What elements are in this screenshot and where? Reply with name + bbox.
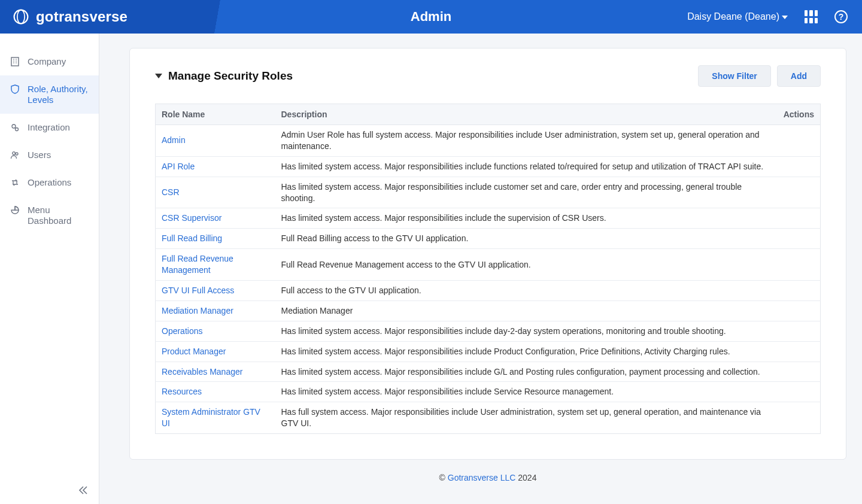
role-description: Has limited system access. Major respons… [275,177,778,208]
role-actions-cell [778,300,821,321]
sidebar-item-label: Operations [28,177,71,188]
user-menu[interactable]: Daisy Deane (Deane) [687,11,788,22]
table-row: Product ManagerHas limited system access… [156,341,821,362]
role-description: Full access to the GTV UI application. [275,281,778,301]
column-description[interactable]: Description [275,104,778,125]
svg-point-10 [16,128,19,131]
role-link[interactable]: Full Read Revenue Management [162,254,233,275]
svg-point-0 [14,10,28,24]
role-description: Admin User Role has full system access. … [275,125,778,157]
app-header: gotransverse Admin Daisy Deane (Deane) ? [0,0,862,34]
role-link[interactable]: API Role [162,162,195,171]
role-description: Full Read Billing access to the GTV UI a… [275,229,778,249]
panel-title: Manage Security Roles [168,69,293,83]
copyright-symbol: © [439,473,445,482]
roles-table: Role Name Description Actions AdminAdmin… [155,104,821,434]
pie-chart-icon [10,205,20,215]
sidebar-item-integration[interactable]: Integration [0,114,99,141]
role-actions-cell [778,229,821,249]
role-link[interactable]: Receivables Manager [162,367,242,377]
role-link[interactable]: Admin [162,135,186,145]
sidebar: CompanyRole, Authority, LevelsIntegratio… [0,34,99,504]
sidebar-item-company[interactable]: Company [0,48,99,75]
role-link[interactable]: Full Read Billing [162,233,222,243]
sidebar-collapse-button[interactable] [78,486,88,497]
role-actions-cell [778,321,821,341]
table-row: ResourcesHas limited system access. Majo… [156,382,821,402]
users-icon [10,150,20,160]
svg-point-12 [16,153,18,155]
role-actions-cell [778,249,821,281]
add-button[interactable]: Add [777,65,821,87]
role-actions-cell [778,382,821,402]
role-actions-cell [778,177,821,208]
role-link[interactable]: System Administrator GTV UI [162,407,260,428]
role-link[interactable]: CSR Supervisor [162,213,221,223]
sidebar-item-label: Integration [28,122,70,133]
role-actions-cell [778,362,821,382]
role-actions-cell [778,156,821,177]
user-label: Daisy Deane (Deane) [687,11,779,22]
role-description: Mediation Manager [275,300,778,321]
role-link[interactable]: GTV UI Full Access [162,286,234,295]
role-link[interactable]: Resources [162,387,202,396]
table-row: GTV UI Full AccessFull access to the GTV… [156,281,821,301]
manage-security-roles-panel: Manage Security Roles Show Filter Add Ro… [129,48,846,460]
role-description: Has limited system access. Major respons… [275,382,778,402]
sidebar-item-label: Company [28,56,66,67]
sidebar-item-menu-dashboard[interactable]: Menu Dashboard [0,196,99,235]
sidebar-item-operations[interactable]: Operations [0,169,99,196]
table-row: Mediation ManagerMediation Manager [156,300,821,321]
gears-icon [10,122,20,132]
svg-point-1 [17,10,25,24]
table-row: CSRHas limited system access. Major resp… [156,177,821,208]
nav-list: CompanyRole, Authority, LevelsIntegratio… [0,34,99,235]
table-row: AdminAdmin User Role has full system acc… [156,125,821,157]
role-actions-cell [778,402,821,434]
column-role-name[interactable]: Role Name [156,104,275,125]
footer: © Gotransverse LLC 2024 [129,460,846,496]
sidebar-item-role-authority-levels[interactable]: Role, Authority, Levels [0,75,99,114]
role-link[interactable]: Product Manager [162,347,226,356]
apps-grid-icon[interactable] [805,10,818,23]
table-row: CSR SupervisorHas limited system access.… [156,208,821,229]
svg-rect-2 [11,57,19,66]
sidebar-item-label: Users [28,150,51,160]
shield-icon [10,84,20,94]
show-filter-button[interactable]: Show Filter [698,65,770,87]
chevron-down-icon [782,16,788,19]
role-link[interactable]: CSR [162,187,180,197]
table-row: System Administrator GTV UIHas full syst… [156,402,821,434]
role-link[interactable]: Operations [162,326,202,336]
role-description: Full Read Revenue Management access to t… [275,249,778,281]
building-icon [10,56,20,66]
table-row: Receivables ManagerHas limited system ac… [156,362,821,382]
table-row: API RoleHas limited system access. Major… [156,156,821,177]
help-icon[interactable]: ? [834,10,848,23]
sidebar-item-users[interactable]: Users [0,141,99,169]
role-description: Has limited system access. Major respons… [275,321,778,341]
table-row: Full Read Revenue ManagementFull Read Re… [156,249,821,281]
role-actions-cell [778,208,821,229]
footer-link[interactable]: Gotransverse LLC [448,473,516,482]
role-description: Has full system access. Major responsibi… [275,402,778,434]
role-description: Has limited system access. Major respons… [275,341,778,362]
retweet-icon [10,177,20,187]
sidebar-item-label: Menu Dashboard [28,205,93,226]
role-actions-cell [778,125,821,157]
brand-text: gotransverse [36,8,128,25]
role-link[interactable]: Mediation Manager [162,306,233,315]
svg-point-11 [13,152,16,155]
brand[interactable]: gotransverse [0,8,128,26]
panel-collapse-toggle[interactable] [155,74,162,78]
sidebar-item-label: Role, Authority, Levels [28,84,93,105]
brand-logo-icon [12,8,30,26]
table-row: Full Read BillingFull Read Billing acces… [156,229,821,249]
table-row: OperationsHas limited system access. Maj… [156,321,821,341]
role-actions-cell [778,341,821,362]
role-description: Has limited system access. Major respons… [275,362,778,382]
role-description: Has limited system access. Major respons… [275,208,778,229]
role-actions-cell [778,281,821,301]
footer-year: 2024 [518,473,536,482]
column-actions[interactable]: Actions [778,104,821,125]
